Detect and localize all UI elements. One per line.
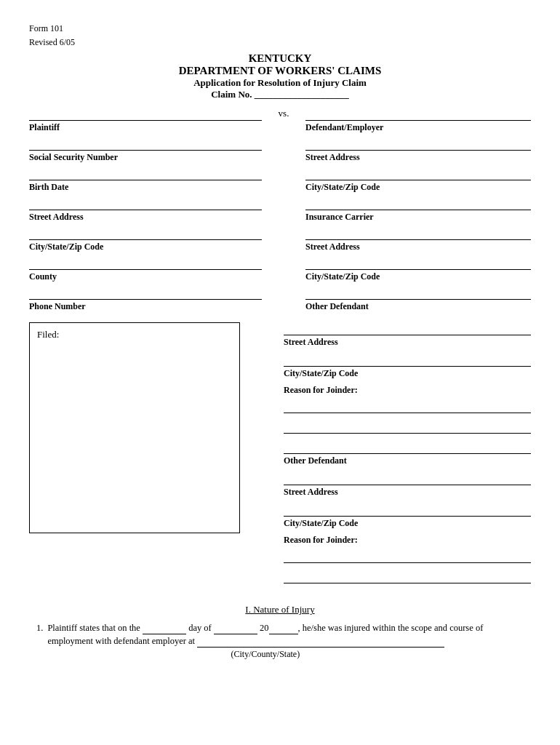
birth-date-label: Birth Date	[29, 182, 262, 193]
paragraph-1: 1. Plaintiff states that on the day of 2…	[29, 623, 531, 660]
p1-employment-blank[interactable]	[197, 636, 444, 648]
other-def-2-street-field: Street Address	[284, 472, 531, 498]
ssn-line[interactable]	[29, 138, 262, 151]
street-address-2-line-right[interactable]	[305, 227, 531, 240]
city-state-zip-line-left[interactable]	[29, 227, 262, 240]
reason-joinder-2: Reason for Joinder:	[284, 535, 531, 583]
other-defendant-line[interactable]	[305, 287, 531, 300]
other-def-2-street-line[interactable]	[284, 472, 531, 485]
claim-number-line: Claim No. ____________________	[29, 89, 531, 100]
section-title: I. Nature of Injury	[29, 604, 531, 615]
other-def-street-field: Street Address	[284, 322, 531, 348]
reason-joinder-2-lines	[284, 550, 531, 583]
street-address-2-right: Street Address	[305, 227, 531, 252]
p1-employment-text: employment with defendant employer at	[47, 636, 195, 646]
defendant-line[interactable]	[305, 108, 531, 121]
city-state-zip-label-left: City/State/Zip Code	[29, 242, 262, 252]
left-column: Plaintiff Social Security Number Birth D…	[29, 108, 262, 316]
county-field: County	[29, 257, 262, 282]
other-def-city-field: City/State/Zip Code	[284, 354, 531, 379]
other-defendant-2-line[interactable]	[284, 441, 531, 454]
street-address-line-right[interactable]	[305, 138, 531, 151]
form-section-2: Filed: Street Address City/State/Zip Cod…	[29, 322, 531, 591]
street-address-field-right: Street Address	[305, 138, 531, 163]
city-state-zip-field-right: City/State/Zip Code	[305, 167, 531, 193]
vs-label: vs.	[262, 108, 305, 119]
p1-blank-year[interactable]	[269, 623, 298, 634]
city-state-zip-line-right[interactable]	[305, 167, 531, 180]
street-address-2-label-right: Street Address	[305, 242, 531, 252]
other-def-city-line[interactable]	[284, 354, 531, 367]
form-number: Form 101	[29, 22, 531, 36]
other-def-2-city-field: City/State/Zip Code	[284, 503, 531, 529]
reason-joinder-1-lines	[284, 400, 531, 434]
city-state-zip-2-right: City/State/Zip Code	[305, 257, 531, 282]
p1-text-20: 20	[260, 623, 269, 633]
city-state-zip-field-left: City/State/Zip Code	[29, 227, 262, 252]
other-defendant-2-label: Other Defendant	[284, 455, 531, 466]
filed-label: Filed:	[37, 329, 59, 340]
city-county-state-label: (City/County/State)	[47, 649, 483, 660]
title-kentucky: KENTUCKY	[29, 52, 531, 65]
county-line[interactable]	[29, 257, 262, 270]
title-application: Application for Resolution of Injury Cla…	[29, 77, 531, 89]
city-state-zip-2-line-right[interactable]	[305, 257, 531, 270]
insurance-carrier-label: Insurance Carrier	[305, 212, 531, 223]
p1-blank-day[interactable]	[143, 623, 186, 634]
city-state-zip-label-right: City/State/Zip Code	[305, 182, 531, 193]
birth-date-field: Birth Date	[29, 167, 262, 193]
p1-row: 1. Plaintiff states that on the day of 2…	[36, 623, 531, 660]
revised-date: Revised 6/05	[29, 36, 531, 49]
street-address-line-left[interactable]	[29, 197, 262, 210]
other-defendant-2-field: Other Defendant	[284, 441, 531, 466]
insurance-carrier-field: Insurance Carrier	[305, 197, 531, 223]
p1-text-before: Plaintiff states that on the	[47, 623, 140, 633]
header: KENTUCKY DEPARTMENT OF WORKERS' CLAIMS A…	[29, 52, 531, 100]
other-def-street-line[interactable]	[284, 322, 531, 335]
reason-joinder-2-label: Reason for Joinder:	[284, 535, 531, 546]
p1-number: 1.	[36, 623, 43, 660]
reason-joinder-1: Reason for Joinder:	[284, 385, 531, 434]
other-def-city-label: City/State/Zip Code	[284, 368, 531, 379]
reason-joinder-1-line-2[interactable]	[284, 421, 531, 434]
street-address-field-left: Street Address	[29, 197, 262, 223]
street-address-label-left: Street Address	[29, 212, 262, 223]
p1-content: Plaintiff states that on the day of 20 ,…	[47, 623, 483, 660]
other-def-2-city-line[interactable]	[284, 503, 531, 517]
right-column: Defendant/Employer Street Address City/S…	[305, 108, 531, 316]
birth-date-line[interactable]	[29, 167, 262, 180]
title-dept: DEPARTMENT OF WORKERS' CLAIMS	[29, 65, 531, 77]
other-defendant-label: Other Defendant	[305, 301, 531, 312]
plaintiff-label: Plaintiff	[29, 122, 262, 133]
vs-row: Plaintiff Social Security Number Birth D…	[29, 108, 531, 316]
defendant-field: Defendant/Employer	[305, 108, 531, 133]
reason-joinder-2-line-2[interactable]	[284, 570, 531, 583]
plaintiff-line[interactable]	[29, 108, 262, 121]
other-defendant-field: Other Defendant	[305, 287, 531, 312]
other-def-2-city-label: City/State/Zip Code	[284, 518, 531, 529]
ssn-label: Social Security Number	[29, 152, 262, 163]
other-def-street-label: Street Address	[284, 337, 531, 348]
county-label: County	[29, 271, 262, 282]
defendant-label: Defendant/Employer	[305, 122, 531, 133]
ssn-field: Social Security Number	[29, 138, 262, 163]
reason-joinder-1-label: Reason for Joinder:	[284, 385, 531, 396]
reason-joinder-1-line-1[interactable]	[284, 400, 531, 413]
reason-joinder-2-line-1[interactable]	[284, 550, 531, 563]
right-section-2: Street Address City/State/Zip Code Reaso…	[240, 322, 531, 591]
phone-label: Phone Number	[29, 301, 262, 312]
filed-box: Filed:	[29, 322, 240, 533]
p1-text-after: , he/she was injured within the scope an…	[298, 623, 484, 633]
phone-line[interactable]	[29, 287, 262, 300]
plaintiff-field: Plaintiff	[29, 108, 262, 133]
city-state-zip-2-label-right: City/State/Zip Code	[305, 271, 531, 282]
insurance-carrier-line[interactable]	[305, 197, 531, 210]
form-meta: Form 101 Revised 6/05	[29, 22, 531, 49]
p1-employment-row: employment with defendant employer at	[47, 636, 483, 648]
other-def-2-street-label: Street Address	[284, 487, 531, 498]
p1-blank-month[interactable]	[214, 623, 257, 634]
p1-text-day: day of	[188, 623, 212, 633]
street-address-label-right: Street Address	[305, 152, 531, 163]
phone-field: Phone Number	[29, 287, 262, 312]
